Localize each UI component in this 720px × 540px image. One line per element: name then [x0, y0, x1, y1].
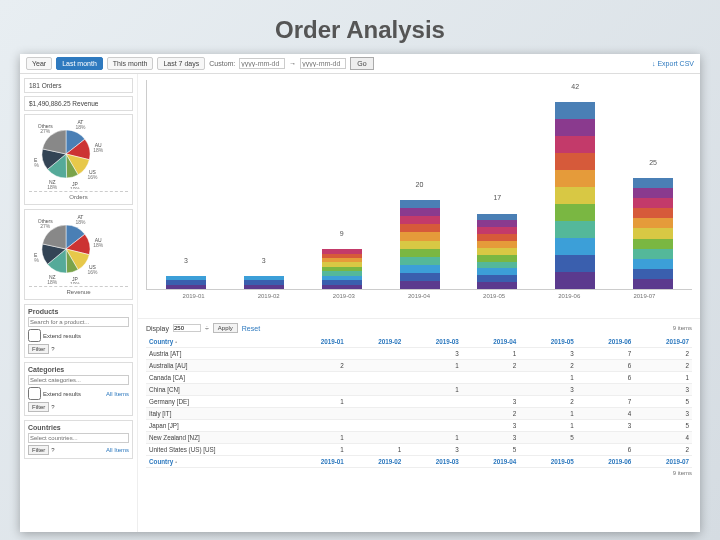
item-count: 9 items	[673, 325, 692, 331]
all-items-link[interactable]: All Items	[106, 391, 129, 397]
table-row[interactable]: Canada [CA]161	[146, 372, 692, 384]
orders-stat: 181 Orders	[24, 78, 133, 93]
orders-pie-chart: AT18%AU18%US16%JP10%NZ18%DE18%Others27%	[34, 119, 124, 189]
col-header[interactable]: 2019-06	[577, 456, 635, 468]
tab-last-7-days[interactable]: Last 7 days	[157, 57, 205, 70]
col-header[interactable]: Country•	[146, 456, 289, 468]
table-row[interactable]: Japan [JP]3135	[146, 420, 692, 432]
svg-text:10%: 10%	[69, 186, 80, 189]
display-label: Display	[146, 325, 169, 332]
filter-products-button[interactable]: Filter	[28, 344, 49, 354]
date-sep: →	[289, 60, 296, 67]
extend-categories-check[interactable]	[28, 387, 41, 400]
dashboard-panel: Year Last month This month Last 7 days C…	[20, 54, 700, 532]
apply-button[interactable]: Apply	[213, 323, 238, 333]
bar-chart-area: 33920174225 2019-012019-022019-032019-04…	[138, 74, 700, 319]
svg-text:27%: 27%	[40, 128, 51, 134]
col-header[interactable]: 2019-01	[289, 336, 347, 348]
divide-label: ÷	[205, 325, 209, 332]
country-table: Country•2019-012019-022019-032019-042019…	[146, 336, 692, 468]
reset-link[interactable]: Reset	[242, 325, 260, 332]
col-header[interactable]: 2019-05	[519, 456, 577, 468]
go-button[interactable]: Go	[350, 57, 373, 70]
date-to-input[interactable]	[300, 58, 346, 69]
extend-products-check[interactable]	[28, 329, 41, 342]
revenue-pie-label: Revenue	[29, 286, 128, 295]
product-search-input[interactable]	[28, 317, 129, 327]
x-axis-labels: 2019-012019-022019-032019-042019-052019-…	[146, 293, 692, 299]
table-row[interactable]: Italy [IT]2143	[146, 408, 692, 420]
svg-text:10%: 10%	[69, 281, 80, 284]
col-header[interactable]: 2019-01	[289, 456, 347, 468]
col-header[interactable]: 2019-02	[347, 336, 405, 348]
col-header[interactable]: 2019-04	[462, 456, 520, 468]
col-header[interactable]: 2019-05	[519, 336, 577, 348]
item-count-bottom: 9 items	[146, 470, 692, 476]
svg-text:27%: 27%	[40, 223, 51, 229]
svg-text:18%: 18%	[93, 242, 104, 248]
col-header[interactable]: 2019-06	[577, 336, 635, 348]
date-toolbar: Year Last month This month Last 7 days C…	[20, 54, 700, 74]
date-from-input[interactable]	[239, 58, 285, 69]
countries-filter: Countries Filter?All Items	[24, 420, 133, 459]
svg-text:16%: 16%	[87, 269, 98, 275]
col-header[interactable]: 2019-07	[634, 336, 692, 348]
sidebar: 181 Orders $1,490,886.25 Revenue AT18%AU…	[20, 74, 138, 532]
svg-text:18%: 18%	[75, 124, 86, 130]
table-row[interactable]: Austria [AT]31372	[146, 348, 692, 360]
table-row[interactable]: United States (US) [US]113562	[146, 444, 692, 456]
table-area: Display ÷ Apply Reset 9 items Country•20…	[138, 319, 700, 532]
col-header[interactable]: 2019-03	[404, 456, 462, 468]
categories-filter: Categories Extend resultsAll Items Filte…	[24, 362, 133, 416]
display-count-input[interactable]	[173, 324, 201, 332]
orders-pie-label: Orders	[29, 191, 128, 200]
custom-label: Custom:	[209, 60, 235, 67]
revenue-stat: $1,490,886.25 Revenue	[24, 96, 133, 111]
filter-countries-button[interactable]: Filter	[28, 445, 49, 455]
table-row[interactable]: Australia [AU]212262	[146, 360, 692, 372]
extend-label: Extend results	[43, 391, 81, 397]
col-header[interactable]: 2019-02	[347, 456, 405, 468]
help-icon[interactable]: ?	[51, 346, 54, 352]
table-row[interactable]: New Zealand [NZ]11354	[146, 432, 692, 444]
table-header-row: Country•2019-012019-022019-032019-042019…	[146, 336, 692, 348]
country-select-input[interactable]	[28, 433, 129, 443]
orders-pie: AT18%AU18%US16%JP10%NZ18%DE18%Others27% …	[24, 114, 133, 205]
col-header[interactable]: 2019-04	[462, 336, 520, 348]
help-icon[interactable]: ?	[51, 447, 54, 453]
tab-year[interactable]: Year	[26, 57, 52, 70]
all-items-link[interactable]: All Items	[106, 447, 129, 453]
svg-text:16%: 16%	[87, 174, 98, 180]
col-header[interactable]: 2019-07	[634, 456, 692, 468]
svg-text:18%: 18%	[75, 219, 86, 225]
filter-categories-button[interactable]: Filter	[28, 402, 49, 412]
col-header[interactable]: Country•	[146, 336, 289, 348]
products-filter: Products Extend results Filter?	[24, 304, 133, 358]
table-row[interactable]: China [CN]133	[146, 384, 692, 396]
export-csv-link[interactable]: ↓ Export CSV	[652, 60, 694, 67]
svg-text:18%: 18%	[34, 257, 39, 263]
revenue-pie: AT18%AU18%US16%JP10%NZ18%DE18%Others27% …	[24, 209, 133, 300]
svg-text:18%: 18%	[47, 184, 58, 189]
tab-last-month[interactable]: Last month	[56, 57, 103, 70]
col-header[interactable]: 2019-03	[404, 336, 462, 348]
tab-this-month[interactable]: This month	[107, 57, 154, 70]
category-select-input[interactable]	[28, 375, 129, 385]
countries-filter-title: Countries	[28, 424, 129, 431]
svg-text:18%: 18%	[93, 147, 104, 153]
table-body: Austria [AT]31372Australia [AU]212262Can…	[146, 348, 692, 456]
table-footer-row: Country•2019-012019-022019-032019-042019…	[146, 456, 692, 468]
revenue-pie-chart: AT18%AU18%US16%JP10%NZ18%DE18%Others27%	[34, 214, 124, 284]
products-filter-title: Products	[28, 308, 129, 315]
main-area: 33920174225 2019-012019-022019-032019-04…	[138, 74, 700, 532]
table-row[interactable]: Germany [DE]13275	[146, 396, 692, 408]
page-title: Order Analysis	[20, 16, 700, 44]
svg-text:18%: 18%	[47, 279, 58, 284]
svg-text:18%: 18%	[34, 162, 39, 168]
categories-filter-title: Categories	[28, 366, 129, 373]
stacked-bar-chart: 33920174225	[146, 80, 692, 290]
help-icon[interactable]: ?	[51, 404, 54, 410]
extend-label: Extend results	[43, 333, 81, 339]
